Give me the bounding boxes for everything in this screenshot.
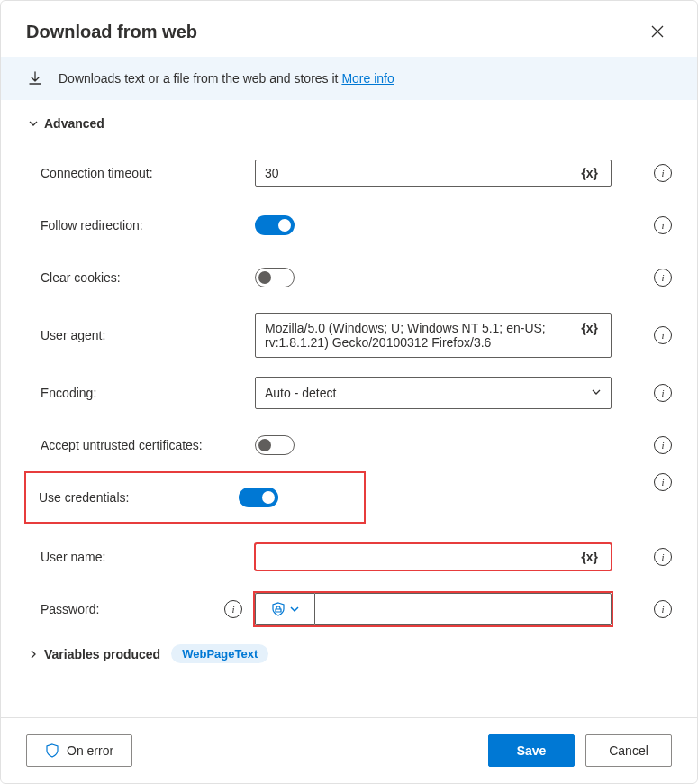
chevron-down-icon: [289, 604, 300, 615]
connection-timeout-label: Connection timeout:: [41, 166, 255, 180]
info-icon[interactable]: i: [654, 216, 672, 234]
user-agent-label: User agent:: [41, 328, 255, 342]
connection-timeout-row: Connection timeout: 30 {x} i: [26, 147, 672, 199]
use-credentials-label: Use credentials:: [39, 490, 239, 505]
encoding-value: Auto - detect: [265, 386, 336, 400]
info-icon[interactable]: i: [654, 600, 672, 618]
dialog-title: Download from web: [26, 22, 197, 42]
dialog-body: Advanced Connection timeout: 30 {x} i Fo…: [1, 100, 697, 717]
follow-redirection-row: Follow redirection: i: [26, 199, 672, 251]
variable-token-icon[interactable]: {x}: [577, 321, 602, 335]
clear-cookies-toggle[interactable]: [255, 268, 295, 287]
info-icon[interactable]: i: [224, 600, 242, 618]
info-icon[interactable]: i: [654, 473, 672, 491]
variable-token-icon[interactable]: {x}: [577, 550, 602, 564]
info-icon[interactable]: i: [654, 164, 672, 182]
download-from-web-dialog: Download from web Downloads text or a fi…: [0, 0, 698, 784]
banner-text-content: Downloads text or a file from the web an…: [59, 71, 341, 86]
clear-cookies-label: Clear cookies:: [41, 270, 255, 285]
connection-timeout-input[interactable]: 30 {x}: [255, 160, 612, 187]
accept-untrusted-row: Accept untrusted certificates: i: [26, 419, 672, 471]
banner-text: Downloads text or a file from the web an…: [59, 71, 394, 86]
chevron-down-icon: [591, 386, 602, 400]
shield-icon: [45, 743, 59, 758]
user-name-label: User name:: [41, 550, 255, 564]
info-icon[interactable]: i: [654, 326, 672, 344]
encoding-select[interactable]: Auto - detect: [255, 377, 612, 409]
variable-chip[interactable]: WebPageText: [171, 644, 268, 663]
advanced-label: Advanced: [44, 116, 104, 131]
on-error-label: On error: [67, 743, 113, 758]
close-button[interactable]: [643, 17, 672, 46]
encoding-label: Encoding:: [41, 386, 255, 400]
user-name-input[interactable]: {x}: [255, 543, 612, 570]
credential-picker-button[interactable]: [255, 593, 314, 625]
info-icon[interactable]: i: [654, 436, 672, 454]
password-label: Password:: [41, 602, 99, 616]
use-credentials-toggle[interactable]: [239, 488, 278, 507]
clear-cookies-row: Clear cookies: i: [26, 251, 672, 304]
cancel-button[interactable]: Cancel: [585, 734, 672, 767]
password-input-group: [255, 593, 612, 625]
dialog-footer: On error Save Cancel: [1, 717, 697, 783]
advanced-section-toggle[interactable]: Advanced: [26, 116, 672, 131]
info-icon[interactable]: i: [654, 384, 672, 402]
user-agent-input[interactable]: Mozilla/5.0 (Windows; U; Windows NT 5.1;…: [255, 313, 612, 358]
dialog-header: Download from web: [1, 1, 697, 57]
variables-produced-toggle[interactable]: Variables produced WebPageText: [26, 644, 672, 663]
info-icon[interactable]: i: [654, 548, 672, 566]
info-banner: Downloads text or a file from the web an…: [1, 57, 697, 100]
user-name-row: User name: {x} i: [26, 531, 672, 583]
password-row: Password: i i: [26, 583, 672, 635]
accept-untrusted-label: Accept untrusted certificates:: [41, 438, 255, 452]
variable-token-icon[interactable]: {x}: [577, 166, 602, 180]
more-info-link[interactable]: More info: [341, 71, 394, 86]
variables-produced-label: Variables produced: [44, 647, 160, 661]
chevron-right-icon: [26, 647, 41, 661]
info-icon[interactable]: i: [654, 269, 672, 287]
on-error-button[interactable]: On error: [26, 734, 132, 767]
encoding-row: Encoding: Auto - detect i: [26, 367, 672, 419]
user-agent-row: User agent: Mozilla/5.0 (Windows; U; Win…: [26, 304, 672, 367]
follow-redirection-toggle[interactable]: [255, 215, 295, 235]
password-input[interactable]: [314, 593, 612, 625]
chevron-down-icon: [26, 116, 41, 131]
download-icon: [26, 69, 44, 87]
accept-untrusted-toggle[interactable]: [255, 435, 295, 455]
follow-redirection-label: Follow redirection:: [41, 218, 255, 232]
close-icon: [651, 25, 664, 38]
save-button[interactable]: Save: [488, 734, 575, 767]
shield-icon: [271, 602, 286, 616]
